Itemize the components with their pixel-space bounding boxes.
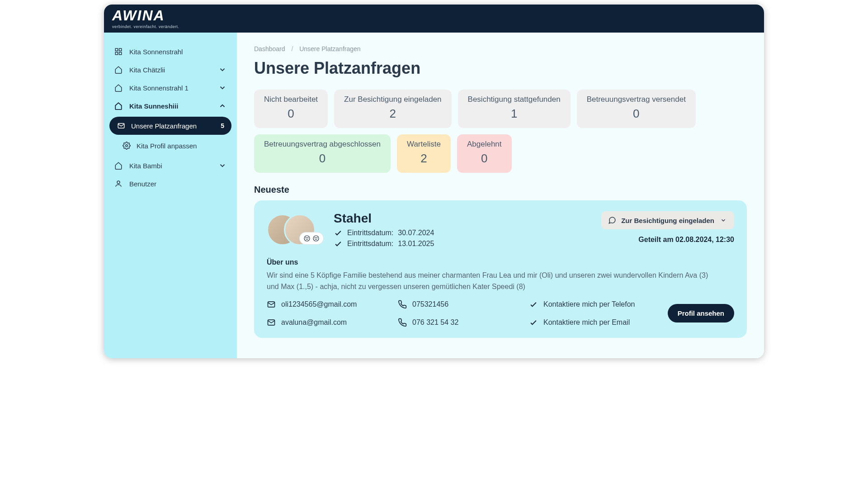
child-icons (299, 232, 324, 245)
chevron-down-icon (218, 161, 227, 170)
sidebar-item-label: Benutzer (129, 180, 156, 188)
stat-value: 0 (264, 152, 381, 166)
svg-point-9 (307, 237, 308, 238)
stat-card[interactable]: Abgelehnt0 (457, 134, 512, 173)
gear-icon (122, 141, 131, 150)
sidebar-item-label: Kita Chätzlii (129, 66, 165, 74)
svg-point-7 (304, 236, 310, 241)
mail-icon (267, 318, 276, 327)
svg-point-6 (117, 181, 120, 184)
entry-label: Eintrittsdatum: (347, 240, 393, 248)
home-icon (114, 83, 123, 92)
stat-value: 0 (587, 107, 686, 121)
status-dropdown[interactable]: Zur Besichtigung eingeladen (601, 211, 734, 229)
sidebar-item-label: Kita Sunneshiii (129, 102, 178, 110)
stat-value: 0 (264, 107, 318, 121)
grid-icon (114, 47, 123, 56)
breadcrumb-current: Unsere Platzanfragen (299, 45, 360, 52)
chevron-down-icon (218, 65, 227, 74)
stat-value: 0 (467, 152, 502, 166)
check-icon (529, 300, 538, 309)
section-latest-title: Neueste (254, 185, 747, 195)
sidebar-sub-platzanfragen[interactable]: Unsere Platzanfragen 5 (109, 117, 231, 135)
stat-value: 2 (344, 107, 441, 121)
request-card: Stahel Eintrittsdatum: 30.07.2024 (254, 200, 747, 338)
svg-rect-0 (115, 48, 118, 51)
chevron-up-icon (218, 101, 227, 110)
sidebar-item-bambi[interactable]: Kita Bambi (109, 157, 231, 175)
contact-email-1: oli1234565@gmail.com (267, 300, 398, 309)
sidebar-item-sonnenstrahl1[interactable]: Kita Sonnenstrahl 1 (109, 79, 231, 97)
stat-card[interactable]: Nicht bearbeitet0 (254, 90, 328, 128)
breadcrumb: Dashboard / Unsere Platzanfragen (254, 45, 747, 52)
contact-phone-1: 075321456 (398, 300, 529, 309)
app-header: AWINA verbindet. vereinfacht. verändert. (104, 5, 764, 33)
stat-card[interactable]: Betreuungsvertrag abgeschlossen0 (254, 134, 391, 173)
sidebar-sub-label: Unsere Platzanfragen (131, 122, 197, 130)
sidebar-item-sunneshiii[interactable]: Kita Sunneshiii (109, 97, 231, 115)
mail-icon (267, 300, 276, 309)
contact-email-2: avaluna@gmail.com (267, 318, 398, 327)
stat-label: Abgelehnt (467, 140, 502, 149)
svg-point-8 (306, 237, 306, 238)
svg-point-12 (316, 237, 317, 238)
stat-value: 1 (468, 107, 561, 121)
stat-label: Warteliste (407, 140, 441, 149)
phone-icon (398, 300, 407, 309)
stat-card[interactable]: Besichtigung stattgefunden1 (458, 90, 571, 128)
check-icon (334, 228, 343, 237)
home-icon (114, 161, 123, 170)
stat-value: 2 (407, 152, 441, 166)
mail-icon (117, 121, 126, 130)
shared-timestamp: Geteilt am 02.08.2024, 12:30 (638, 236, 734, 244)
check-icon (529, 318, 538, 327)
breadcrumb-sep: / (291, 45, 293, 52)
entry-date-2: 13.01.2025 (398, 240, 434, 248)
sidebar-sub-profil[interactable]: Kita Profil anpassen (109, 137, 231, 155)
logo-subtitle: verbindet. vereinfacht. verändert. (112, 24, 179, 29)
about-title: Über uns (267, 258, 734, 266)
stat-label: Betreuungsvertrag versendet (587, 95, 686, 104)
sidebar-sub-label: Kita Profil anpassen (137, 142, 197, 150)
sidebar-item-sonnenstrahl[interactable]: Kita Sonnenstrahl (109, 43, 231, 61)
view-profile-button[interactable]: Profil ansehen (668, 304, 734, 322)
sidebar-item-label: Kita Sonnenstrahl (129, 48, 183, 56)
sidebar-item-benutzer[interactable]: Benutzer (109, 175, 231, 193)
stat-card[interactable]: Warteliste2 (397, 134, 451, 173)
svg-rect-1 (119, 48, 122, 51)
svg-point-10 (313, 236, 319, 241)
home-icon (114, 65, 123, 74)
contact-pref-email: Kontaktiere mich per Email (529, 318, 668, 327)
home-icon (114, 101, 123, 110)
svg-point-5 (126, 145, 128, 147)
sidebar-badge: 5 (221, 122, 224, 129)
svg-rect-2 (115, 52, 118, 55)
stat-label: Besichtigung stattgefunden (468, 95, 561, 104)
sidebar: Kita Sonnenstrahl Kita Chätzlii Kita Son… (104, 33, 237, 358)
check-icon (334, 239, 343, 248)
phone-icon (398, 318, 407, 327)
svg-point-11 (315, 237, 315, 238)
stat-label: Betreuungsvertrag abgeschlossen (264, 140, 381, 149)
about-text: Wir sind eine 5 Köpfige Familie bestehen… (267, 270, 719, 293)
page-title: Unsere Platzanfragen (254, 59, 747, 78)
chevron-down-icon (719, 216, 728, 225)
contact-phone-2: 076 321 54 32 (398, 318, 529, 327)
request-family-name: Stahel (334, 211, 589, 226)
stat-label: Nicht bearbeitet (264, 95, 318, 104)
user-icon (114, 179, 123, 188)
svg-rect-3 (119, 52, 122, 55)
status-label: Zur Besichtigung eingeladen (621, 217, 714, 224)
stat-card[interactable]: Betreuungsvertrag versendet0 (577, 90, 696, 128)
chevron-down-icon (218, 83, 227, 92)
main-content: Dashboard / Unsere Platzanfragen Unsere … (237, 33, 764, 358)
stat-label: Zur Besichtigung eingeladen (344, 95, 441, 104)
breadcrumb-root[interactable]: Dashboard (254, 45, 285, 52)
stats-row: Nicht bearbeitet0Zur Besichtigung eingel… (254, 90, 747, 173)
sidebar-item-chaetzlii[interactable]: Kita Chätzlii (109, 61, 231, 79)
contact-pref-phone: Kontaktiere mich per Telefon (529, 300, 668, 309)
stat-card[interactable]: Zur Besichtigung eingeladen2 (334, 90, 451, 128)
entry-label: Eintrittsdatum: (347, 229, 393, 237)
entry-date-1: 30.07.2024 (398, 229, 434, 237)
avatar-group (267, 211, 321, 249)
